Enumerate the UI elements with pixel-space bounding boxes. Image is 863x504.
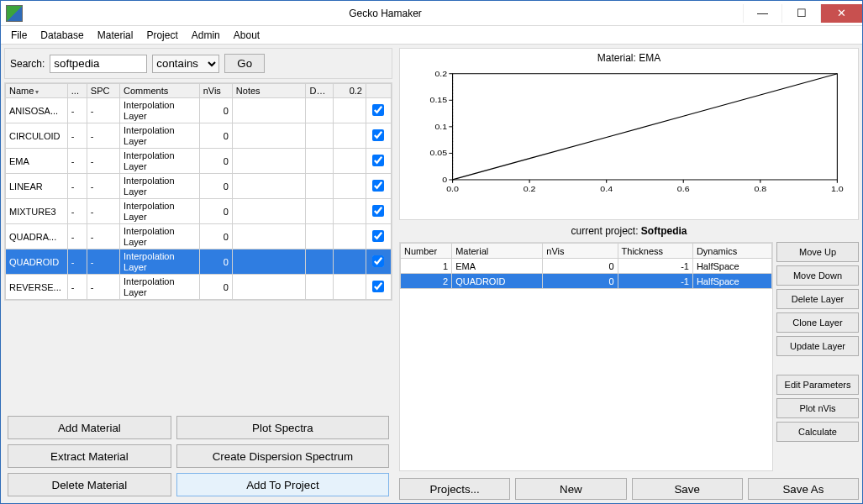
edit-parameters-button[interactable]: Edit Parameters bbox=[776, 375, 859, 395]
search-label: Search: bbox=[10, 58, 45, 70]
table-row[interactable]: QUADRA...--Interpolation Layer0 bbox=[6, 224, 392, 249]
app-window: Gecko Hamaker — ☐ ✕ File Database Materi… bbox=[0, 0, 863, 504]
col-chk[interactable] bbox=[366, 84, 391, 98]
menu-material[interactable]: Material bbox=[91, 28, 140, 43]
menubar: File Database Material Project Admin Abo… bbox=[1, 26, 862, 45]
menu-database[interactable]: Database bbox=[34, 28, 90, 43]
chart-panel: Material: EMA 0.00.20.40.60.81.000.050.1… bbox=[399, 48, 859, 220]
svg-text:0.4: 0.4 bbox=[600, 185, 613, 193]
svg-text:0.2: 0.2 bbox=[524, 185, 536, 193]
table-row[interactable]: MIXTURE3--Interpolation Layer0 bbox=[6, 199, 392, 224]
svg-text:0.2: 0.2 bbox=[434, 69, 447, 77]
search-input[interactable] bbox=[50, 55, 147, 73]
lcol-material[interactable]: Material bbox=[452, 244, 543, 259]
col-spc[interactable]: SPC bbox=[87, 84, 119, 98]
close-button[interactable]: ✕ bbox=[820, 4, 862, 23]
material-table[interactable]: Name▾ ... SPC Comments nVis Notes DS... … bbox=[5, 83, 392, 300]
lcol-nvis[interactable]: nVis bbox=[543, 244, 618, 259]
row-checkbox[interactable] bbox=[372, 129, 384, 141]
new-button[interactable]: New bbox=[515, 478, 626, 500]
delete-material-button[interactable]: Delete Material bbox=[8, 473, 171, 496]
row-checkbox[interactable] bbox=[372, 205, 384, 217]
search-bar: Search: contains Go bbox=[4, 48, 392, 79]
col-name[interactable]: Name▾ bbox=[6, 84, 68, 98]
svg-text:0.0: 0.0 bbox=[446, 185, 459, 193]
table-row[interactable]: EMA--Interpolation Layer0 bbox=[6, 149, 392, 174]
projects-button[interactable]: Projects... bbox=[399, 478, 510, 500]
clone-layer-button[interactable]: Clone Layer bbox=[776, 312, 859, 333]
window-title: Gecko Hamaker bbox=[28, 8, 743, 19]
svg-text:0.1: 0.1 bbox=[434, 122, 447, 130]
svg-text:0: 0 bbox=[442, 175, 447, 183]
table-row[interactable]: QUADROID--Interpolation Layer0 bbox=[6, 249, 392, 275]
col-ds[interactable]: DS... bbox=[306, 84, 333, 98]
row-checkbox[interactable] bbox=[372, 180, 384, 192]
add-to-project-button[interactable]: Add To Project bbox=[176, 473, 389, 496]
row-checkbox[interactable] bbox=[372, 104, 384, 116]
titlebar: Gecko Hamaker — ☐ ✕ bbox=[1, 1, 862, 26]
chart-title: Material: EMA bbox=[400, 52, 858, 64]
delete-layer-button[interactable]: Delete Layer bbox=[776, 289, 859, 309]
svg-text:1.0: 1.0 bbox=[831, 185, 844, 193]
create-dispersion-button[interactable]: Create Dispersion Spectrum bbox=[176, 444, 389, 468]
menu-about[interactable]: About bbox=[227, 28, 266, 43]
svg-text:0.15: 0.15 bbox=[429, 96, 447, 104]
col-dots[interactable]: ... bbox=[67, 84, 87, 98]
col-comments[interactable]: Comments bbox=[120, 84, 200, 98]
calculate-button[interactable]: Calculate bbox=[776, 422, 859, 442]
save-button[interactable]: Save bbox=[632, 478, 743, 500]
row-checkbox[interactable] bbox=[372, 155, 384, 166]
svg-text:0.6: 0.6 bbox=[677, 185, 690, 193]
table-row[interactable]: 2QUADROID0-1HalfSpace bbox=[401, 274, 772, 289]
lcol-number[interactable]: Number bbox=[401, 244, 452, 259]
table-row[interactable]: CIRCULOID--Interpolation Layer0 bbox=[6, 123, 392, 149]
move-down-button[interactable]: Move Down bbox=[776, 265, 859, 286]
maximize-button[interactable]: ☐ bbox=[781, 4, 820, 23]
menu-file[interactable]: File bbox=[4, 28, 34, 43]
app-icon bbox=[6, 5, 23, 22]
row-checkbox[interactable] bbox=[372, 230, 384, 242]
table-row[interactable]: ANISOSA...--Interpolation Layer0 bbox=[6, 98, 392, 123]
search-mode-select[interactable]: contains bbox=[152, 55, 219, 73]
move-up-button[interactable]: Move Up bbox=[776, 242, 859, 262]
menu-project[interactable]: Project bbox=[139, 28, 184, 43]
row-checkbox[interactable] bbox=[372, 281, 384, 292]
col-num[interactable]: 0.2 bbox=[333, 84, 366, 98]
go-button[interactable]: Go bbox=[224, 54, 265, 73]
plot-nvis-button[interactable]: Plot nVis bbox=[776, 398, 859, 418]
col-nvis[interactable]: nVis bbox=[199, 84, 232, 98]
lcol-thickness[interactable]: Thickness bbox=[618, 244, 692, 259]
plot-spectra-button[interactable]: Plot Spectra bbox=[176, 416, 389, 439]
svg-text:0.8: 0.8 bbox=[754, 185, 766, 193]
menu-admin[interactable]: Admin bbox=[185, 28, 227, 43]
add-material-button[interactable]: Add Material bbox=[8, 416, 171, 439]
layer-table[interactable]: Number Material nVis Thickness Dynamics … bbox=[400, 243, 772, 289]
table-row[interactable]: 1EMA0-1HalfSpace bbox=[401, 259, 772, 274]
project-heading: current project: Softpedia bbox=[399, 223, 859, 239]
table-row[interactable]: LINEAR--Interpolation Layer0 bbox=[6, 174, 392, 199]
extract-material-button[interactable]: Extract Material bbox=[8, 444, 171, 468]
save-as-button[interactable]: Save As bbox=[748, 478, 859, 500]
update-layer-button[interactable]: Update Layer bbox=[776, 336, 859, 356]
lcol-dynamics[interactable]: Dynamics bbox=[692, 244, 771, 259]
minimize-button[interactable]: — bbox=[743, 4, 781, 23]
table-row[interactable]: REVERSE...--Interpolation Layer0 bbox=[6, 275, 392, 300]
chart-plot: 0.00.20.40.60.81.000.050.10.150.2 bbox=[417, 69, 846, 197]
col-notes[interactable]: Notes bbox=[232, 84, 306, 98]
row-checkbox[interactable] bbox=[372, 255, 384, 267]
svg-text:0.05: 0.05 bbox=[429, 149, 447, 157]
